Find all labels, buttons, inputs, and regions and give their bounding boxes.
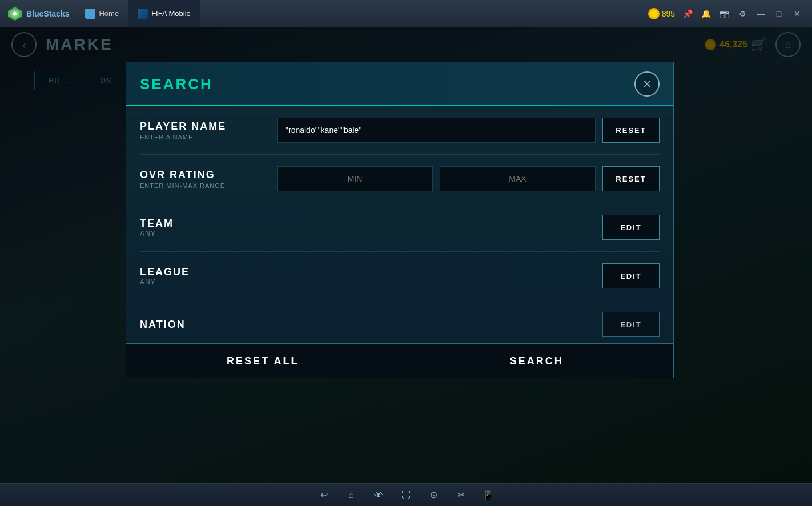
tab-home[interactable]: Home [76, 0, 128, 27]
ovr-rating-label-container: OVR RATING ENTER MIN-MAX RANGE [140, 169, 266, 189]
modal-close-button[interactable]: ✕ [634, 71, 660, 97]
nation-label-container: NATION [140, 319, 266, 331]
bluestacks-icon [7, 6, 23, 22]
resize-icon[interactable]: ⛶ [398, 487, 414, 503]
ovr-rating-sublabel: ENTER MIN-MAX RANGE [140, 182, 266, 189]
modal-header: SEARCH ✕ [126, 62, 673, 106]
back-system-icon[interactable]: ↩ [316, 487, 332, 503]
home-tab-icon [85, 9, 95, 19]
location-icon[interactable]: ⊙ [425, 487, 441, 503]
bottom-taskbar: ↩ ⌂ 👁 ⛶ ⊙ ✂ 📱 [0, 483, 812, 506]
game-area: ‹ MARKE 46,325 🛒 ⌂ BR... DS SEARCH ✕ [0, 27, 812, 483]
coin-icon [648, 8, 660, 19]
league-edit-button[interactable]: EDIT [602, 263, 660, 288]
league-row: LEAGUE ANY EDIT [140, 252, 660, 300]
fifa-tab-icon [138, 9, 148, 19]
nation-label: NATION [140, 319, 266, 331]
pin-icon[interactable]: 📌 [682, 8, 693, 19]
search-modal: SEARCH ✕ PLAYER NAME ENTER A NAME RESET [126, 62, 674, 378]
team-edit-button[interactable]: EDIT [602, 215, 660, 240]
league-controls: EDIT [277, 263, 660, 288]
close-icon[interactable]: ✕ [791, 8, 803, 19]
coins-badge: 895 [648, 8, 675, 19]
coin-amount: 895 [662, 9, 675, 18]
minimize-icon[interactable]: — [755, 8, 766, 19]
modal-title: SEARCH [140, 75, 213, 93]
league-value: ANY [140, 278, 266, 286]
ovr-rating-row: OVR RATING ENTER MIN-MAX RANGE RESET [140, 155, 660, 203]
tab-home-label: Home [99, 9, 119, 18]
player-name-reset-button[interactable]: RESET [602, 118, 660, 143]
nation-edit-button[interactable]: EDIT [602, 312, 660, 337]
ovr-min-input[interactable] [277, 166, 433, 191]
nation-controls: EDIT [277, 312, 660, 337]
team-label: TEAM [140, 218, 266, 230]
tab-fifa[interactable]: FIFA Mobile [128, 0, 200, 27]
team-row: TEAM ANY EDIT [140, 203, 660, 252]
player-name-label: PLAYER NAME [140, 121, 266, 132]
league-label: LEAGUE [140, 266, 266, 278]
player-name-label-container: PLAYER NAME ENTER A NAME [140, 121, 266, 140]
eye-icon[interactable]: 👁 [371, 487, 387, 503]
phone-icon[interactable]: 📱 [480, 487, 496, 503]
maximize-icon[interactable]: □ [773, 8, 785, 19]
close-icon: ✕ [642, 77, 652, 91]
player-name-controls: RESET [277, 118, 660, 143]
home-system-icon[interactable]: ⌂ [343, 487, 359, 503]
team-value: ANY [140, 230, 266, 238]
modal-footer: RESET ALL SEARCH [126, 343, 673, 378]
nation-row: NATION EDIT [140, 300, 660, 343]
settings-icon[interactable]: ⚙ [737, 8, 748, 19]
search-button[interactable]: SEARCH [400, 343, 674, 378]
modal-body: PLAYER NAME ENTER A NAME RESET OVR RATIN… [126, 106, 673, 343]
ovr-rating-label: OVR RATING [140, 169, 266, 181]
team-label-container: TEAM ANY [140, 218, 266, 238]
notification-icon[interactable]: 🔔 [700, 8, 711, 19]
player-name-input[interactable] [277, 118, 596, 143]
league-label-container: LEAGUE ANY [140, 266, 266, 286]
bluestacks-logo: BlueStacks [0, 6, 76, 22]
player-name-row: PLAYER NAME ENTER A NAME RESET [140, 106, 660, 155]
ovr-rating-reset-button[interactable]: RESET [602, 166, 660, 191]
taskbar-right: 895 📌 🔔 📷 ⚙ — □ ✕ [648, 8, 812, 19]
player-name-sublabel: ENTER A NAME [140, 134, 266, 140]
scissors-icon[interactable]: ✂ [453, 487, 469, 503]
reset-all-button[interactable]: RESET ALL [126, 343, 400, 378]
tab-fifa-label: FIFA Mobile [151, 9, 191, 18]
team-controls: EDIT [277, 215, 660, 240]
brand-name: BlueStacks [26, 9, 69, 18]
ovr-max-input[interactable] [440, 166, 596, 191]
camera-icon[interactable]: 📷 [718, 8, 730, 19]
ovr-rating-controls: RESET [277, 166, 660, 191]
taskbar: BlueStacks Home FIFA Mobile 895 📌 🔔 📷 ⚙ … [0, 0, 812, 27]
